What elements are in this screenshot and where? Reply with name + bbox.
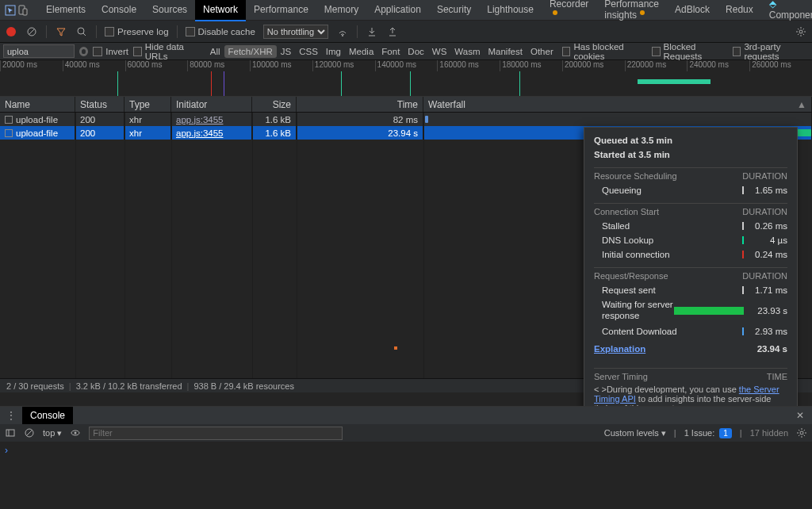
network-settings-icon[interactable] [795,25,807,38]
type-filter-font[interactable]: Font [377,45,404,58]
inspect-icon[interactable] [5,3,16,17]
blocked-cookies-checkbox[interactable]: Has blocked cookies [562,42,647,61]
filter-input[interactable] [3,44,75,58]
svg-point-7 [78,28,84,34]
type-filter-media[interactable]: Media [345,45,377,58]
timing-popover: Queued at 3.5 min Started at 3.5 min Res… [584,127,798,422]
type-filter-other[interactable]: Other [527,45,557,58]
drawer-tab-console[interactable]: Console [22,407,73,424]
svg-rect-2 [23,9,27,15]
type-filter-manifest[interactable]: Manifest [484,45,526,58]
disable-cache-checkbox[interactable]: Disable cache [186,27,255,36]
console-filter-input[interactable] [89,427,343,440]
svg-line-8 [83,33,86,36]
preserve-log-checkbox[interactable]: Preserve log [105,27,169,36]
tab-console[interactable]: Console [94,0,144,21]
type-filters: AllFetch/XHRJSCSSImgMediaFontDocWSWasmMa… [206,47,557,56]
clear-icon[interactable] [25,25,38,38]
throttling-select[interactable]: No throttling [263,25,328,39]
console-prompt[interactable]: › [0,442,812,459]
type-filter-fetchxhr[interactable]: Fetch/XHR [224,45,277,58]
tab-elements[interactable]: Elements [38,0,94,21]
tab-network[interactable]: Network [195,0,246,21]
levels-select[interactable]: Custom levels▾ [604,428,666,438]
drawer-close-icon[interactable]: ✕ [791,410,809,421]
col-size[interactable]: Size [252,97,297,112]
table-row[interactable]: upload-file 200 xhr app.js:3455 1.6 kB 8… [0,113,812,126]
tab-application[interactable]: Application [366,0,429,21]
tab-redux[interactable]: Redux [718,0,761,21]
search-icon[interactable] [75,25,88,38]
tab-memory[interactable]: Memory [316,0,366,21]
hide-data-urls-checkbox[interactable]: Hide data URLs [133,42,201,61]
console-drawer: ⋮ Console ✕ top▾ Custom levels▾ | 1 Issu… [0,406,812,509]
type-filter-ws[interactable]: WS [428,45,451,58]
svg-line-14 [26,430,33,436]
tab-recorder[interactable]: Recorder [542,0,596,27]
issues-link[interactable]: 1 Issue: 1 [684,428,732,438]
console-settings-icon[interactable] [796,427,807,438]
svg-rect-11 [6,430,14,436]
eye-icon[interactable] [70,427,81,438]
initiator-link[interactable]: app.js:3455 [176,115,223,124]
file-icon [5,129,13,137]
tab-performance[interactable]: Performance [246,0,316,21]
col-type[interactable]: Type [124,97,171,112]
context-select[interactable]: top▾ [43,428,62,438]
svg-line-6 [29,29,35,35]
invert-checkbox[interactable]: Invert [93,47,128,56]
svg-point-9 [342,35,343,36]
col-waterfall[interactable]: Waterfall▲ [423,97,812,112]
network-conditions-icon[interactable] [336,25,349,38]
explanation-link[interactable]: Explanation [594,344,645,354]
import-har-icon[interactable] [366,25,378,38]
svg-point-10 [799,30,802,33]
type-filter-css[interactable]: CSS [295,45,322,58]
type-filter-doc[interactable]: Doc [404,45,427,58]
devtools-tab-strip: ElementsConsoleSourcesNetworkPerformance… [0,0,812,21]
type-filter-wasm[interactable]: Wasm [450,45,484,58]
col-time[interactable]: Time [297,97,423,112]
clear-console-icon[interactable] [24,427,35,438]
type-filter-js[interactable]: JS [277,45,295,58]
tab-components[interactable]: ⬘ Components [761,0,812,27]
tab-lighthouse[interactable]: Lighthouse [479,0,542,21]
svg-point-17 [800,431,803,434]
tab-performance-insights[interactable]: Performance insights [596,0,667,27]
drawer-kebab-icon[interactable]: ⋮ [3,410,19,421]
filter-icon[interactable] [55,25,67,38]
col-initiator[interactable]: Initiator [171,97,252,112]
export-har-icon[interactable] [386,25,399,38]
device-toggle-icon[interactable] [17,3,29,17]
timeline-overview[interactable]: 20000 ms40000 ms60000 ms80000 ms100000 m… [0,60,812,97]
col-status[interactable]: Status [75,97,124,112]
file-icon [5,116,13,124]
hidden-count[interactable]: 17 hidden [750,428,788,438]
filter-bar: Invert Hide data URLs AllFetch/XHRJSCSSI… [0,43,812,60]
record-button[interactable] [5,25,17,38]
console-sidebar-icon[interactable] [5,427,16,438]
tab-security[interactable]: Security [429,0,479,21]
tab-adblock[interactable]: AdBlock [667,0,718,21]
initiator-link[interactable]: app.js:3455 [176,128,223,138]
svg-point-16 [75,432,77,434]
blocked-requests-checkbox[interactable]: Blocked Requests [652,42,728,61]
third-party-checkbox[interactable]: 3rd-party requests [733,42,809,61]
tab-sources[interactable]: Sources [144,0,195,21]
type-filter-all[interactable]: All [206,45,224,58]
table-header[interactable]: Name Status Type Initiator Size Time Wat… [0,97,812,113]
type-filter-img[interactable]: Img [322,45,345,58]
col-name[interactable]: Name [0,97,75,112]
